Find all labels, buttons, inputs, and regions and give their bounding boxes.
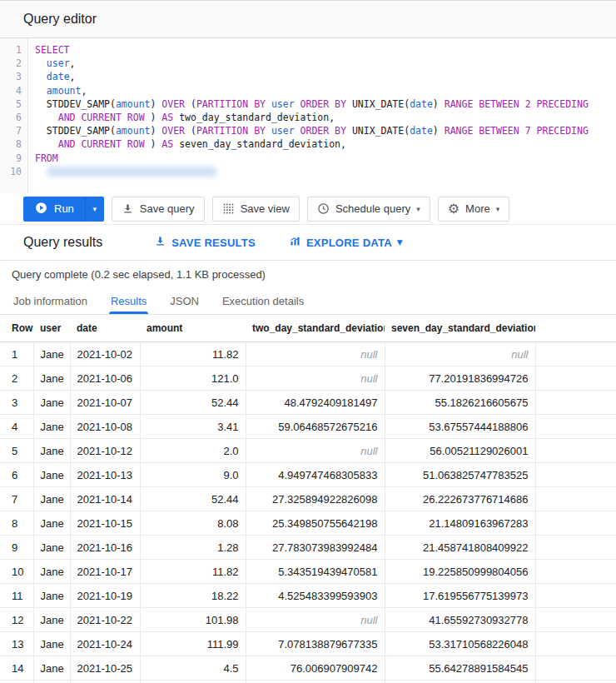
code-token: UNIX_DATE(	[346, 125, 410, 137]
code-token: )	[433, 125, 445, 137]
code-area[interactable]: SELECT user, date, amount, STDDEV_SAMP(a…	[28, 38, 616, 193]
editor-toolbar: Run ▾ Save query Save view Schedule quer…	[0, 193, 616, 225]
chevron-down-icon: ▾	[416, 205, 420, 213]
save-query-label: Save query	[140, 202, 195, 215]
code-token: date	[410, 125, 433, 137]
run-button[interactable]: Run	[23, 197, 85, 222]
cell-user: Jane	[33, 584, 70, 608]
cell-row-number: 4	[0, 415, 33, 439]
code-token	[531, 125, 537, 137]
cell-seven-day-standard-deviation: 77.20191836994726	[385, 366, 535, 391]
code-line: date,	[35, 70, 616, 83]
code-token: RANGE BETWEEN	[445, 125, 519, 137]
null-value: null	[511, 348, 528, 361]
tab-execution-details[interactable]: Execution details	[221, 287, 306, 314]
cell-seven-day-standard-deviation: 41.65592730932778	[385, 608, 535, 632]
tab-results[interactable]: Results	[109, 287, 148, 314]
cell-amount: 9.0	[140, 463, 246, 487]
code-line: user,	[35, 57, 616, 70]
code-token: PARTITION BY	[196, 125, 266, 137]
tab-job-information[interactable]: Job information	[12, 287, 89, 314]
code-token: amount	[116, 125, 151, 137]
code-line: STDDEV_SAMP(amount) OVER (PARTITION BY u…	[35, 97, 616, 111]
cell-date: 2021-10-02	[70, 342, 140, 366]
cell-date: 2021-10-15	[70, 511, 140, 536]
cell-seven-day-standard-deviation: 55.1826216605675	[385, 391, 535, 415]
table-row: 4Jane2021-10-083.4159.0646857267521653.6…	[0, 415, 616, 439]
code-token: ,	[70, 71, 76, 82]
code-token	[295, 98, 301, 110]
table-row: 11Jane2021-10-1918.224.52548339959390317…	[0, 584, 616, 608]
code-line: (redacted)	[35, 165, 616, 178]
code-token	[35, 138, 58, 150]
column-header-row: Row	[0, 315, 33, 342]
chevron-down-icon: ▾	[496, 205, 500, 213]
code-token: amount	[47, 85, 82, 97]
cell-filler	[535, 439, 616, 463]
cell-user: Jane	[33, 536, 70, 560]
null-value: null	[360, 348, 377, 361]
tab-json[interactable]: JSON	[168, 287, 201, 314]
line-number: 7	[0, 124, 22, 137]
column-header-filler	[535, 315, 616, 342]
code-token: OVER	[161, 98, 185, 110]
cell-user: Jane	[33, 342, 70, 366]
code-token	[519, 98, 525, 110]
code-token: ,	[70, 57, 76, 69]
download-icon	[154, 235, 166, 250]
save-view-button[interactable]: Save view	[212, 197, 300, 222]
code-token: )	[150, 125, 161, 137]
cell-amount: 1.28	[140, 536, 246, 560]
cell-seven-day-standard-deviation: 55.64278891584545	[385, 656, 535, 681]
cell-user: Jane	[33, 656, 70, 681]
cell-two-day-standard-deviation: 48.4792409181497	[246, 391, 385, 415]
cell-row-number: 9	[0, 536, 33, 560]
table-header-row: Rowuserdateamounttwo_day_standard_deviat…	[0, 315, 616, 342]
code-token: (	[185, 98, 196, 110]
cell-amount: 111.99	[140, 632, 246, 656]
code-line: FROM	[35, 152, 616, 165]
cell-seven-day-standard-deviation: 26.222673776714686	[385, 487, 535, 511]
cell-user: Jane	[33, 560, 70, 584]
cell-two-day-standard-deviation: 76.006907909742	[246, 656, 385, 681]
cell-seven-day-standard-deviation: 51.063825747783525	[385, 463, 535, 487]
save-query-button[interactable]: Save query	[112, 197, 205, 222]
code-token: user	[47, 57, 70, 69]
code-token	[531, 98, 537, 110]
column-header-date: date	[70, 315, 140, 342]
code-line: AND CURRENT ROW ) AS seven_day_standard_…	[35, 137, 616, 151]
column-header-two_day_standard_deviation: two_day_standard_deviation	[246, 315, 385, 342]
cell-amount: 11.82	[140, 342, 246, 366]
cell-user: Jane	[33, 391, 70, 415]
code-line: amount,	[35, 84, 616, 97]
code-token: AS	[161, 138, 173, 150]
cell-two-day-standard-deviation: 27.783073983992484	[246, 536, 385, 560]
column-header-amount: amount	[140, 315, 246, 342]
line-number: 9	[0, 152, 22, 165]
cell-row-number: 5	[0, 439, 33, 463]
cell-user: Jane	[33, 439, 70, 463]
run-dropdown-button[interactable]: ▾	[85, 197, 104, 222]
save-view-label: Save view	[241, 202, 290, 215]
schedule-query-button[interactable]: Schedule query ▾	[307, 197, 430, 222]
cell-seven-day-standard-deviation: null	[385, 342, 535, 366]
cell-filler	[70, 681, 140, 683]
more-button[interactable]: ⚙ More ▾	[438, 197, 510, 222]
results-tabs: Job informationResultsJSONExecution deta…	[0, 287, 616, 314]
query-editor-header: Query editor	[0, 0, 616, 38]
cell-row-number: 3	[0, 391, 33, 415]
table-row: 14Jane2021-10-254.576.00690790974255.642…	[0, 656, 616, 681]
chevron-down-icon: ▾	[93, 205, 97, 213]
cell-filler	[535, 560, 616, 584]
cell-filler	[535, 511, 616, 536]
save-results-button[interactable]: SAVE RESULTS	[154, 235, 256, 250]
code-token: date	[47, 71, 70, 82]
code-token: date	[410, 98, 433, 110]
explore-data-button[interactable]: EXPLORE DATA ▼	[289, 235, 403, 250]
cell-amount: 3.41	[140, 415, 246, 439]
cell-filler	[0, 681, 33, 683]
cell-row-number: 8	[0, 511, 33, 536]
code-editor[interactable]: 12345678910 SELECT user, date, amount, S…	[0, 38, 616, 193]
code-token: PRECEDING	[537, 125, 589, 137]
cell-user: Jane	[33, 608, 70, 632]
